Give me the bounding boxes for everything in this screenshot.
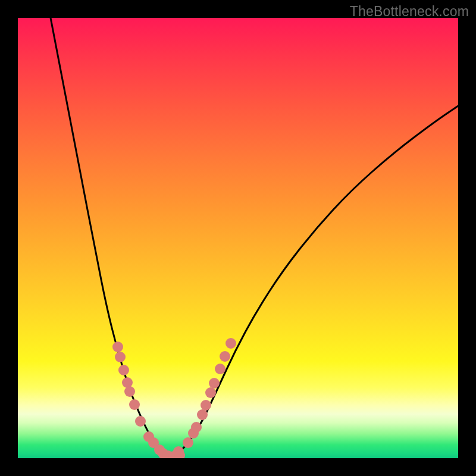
data-marker <box>209 378 220 389</box>
data-marker <box>112 342 123 352</box>
data-marker <box>205 387 216 398</box>
data-marker <box>220 351 230 362</box>
data-marker <box>226 338 236 349</box>
data-marker <box>215 364 226 374</box>
chart-frame: TheBottleneck.com <box>0 0 476 476</box>
data-marker <box>183 437 193 448</box>
data-marker <box>197 409 208 420</box>
curve-left-branch <box>51 18 171 457</box>
data-marker <box>118 365 129 375</box>
data-marker <box>135 416 146 427</box>
curve-right-branch <box>171 106 458 457</box>
data-marker <box>115 352 126 362</box>
marker-group <box>112 338 236 458</box>
watermark-label: TheBottleneck.com <box>350 4 469 20</box>
data-marker <box>124 386 135 397</box>
data-marker <box>129 399 140 410</box>
plot-area <box>18 18 458 458</box>
data-marker <box>201 400 211 411</box>
data-marker <box>191 422 202 433</box>
curve-layer <box>18 18 458 458</box>
